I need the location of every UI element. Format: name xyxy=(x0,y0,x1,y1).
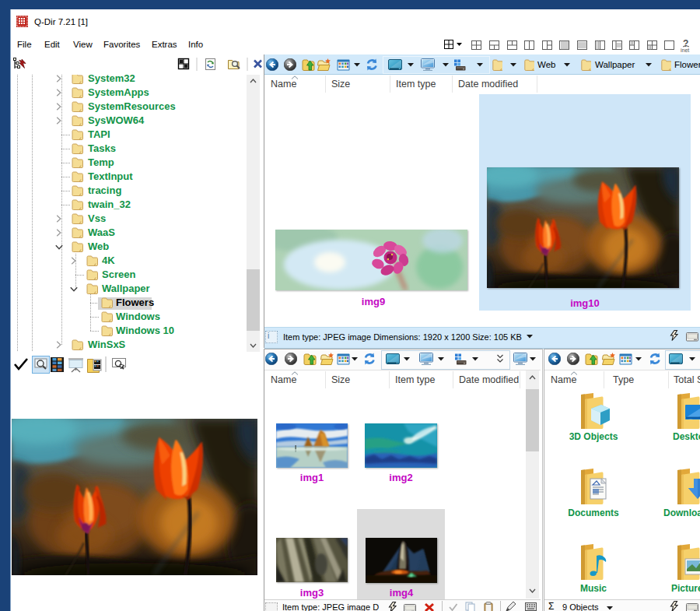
svg-text:inet: inet xyxy=(681,47,689,53)
